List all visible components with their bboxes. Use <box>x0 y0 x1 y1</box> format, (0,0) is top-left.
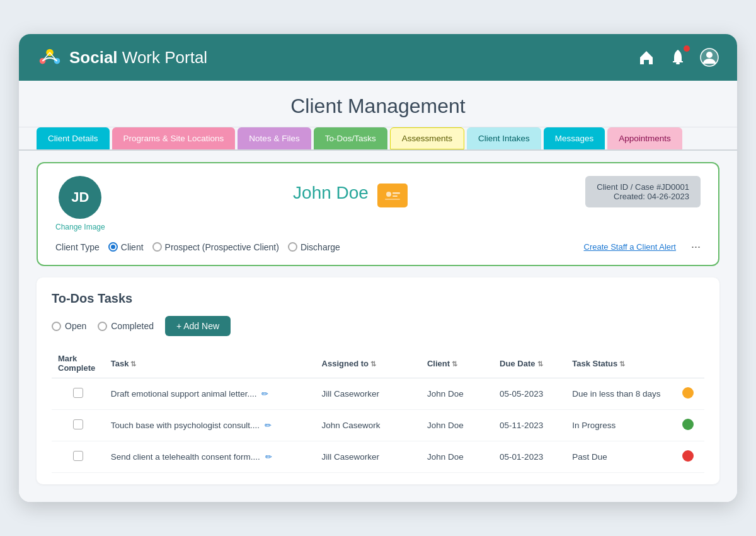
row3-checkbox[interactable] <box>73 451 83 461</box>
row1-status-indicator <box>672 378 704 410</box>
radio-dot-prospect <box>152 242 162 252</box>
row2-status-indicator <box>672 410 704 441</box>
notification-badge <box>684 45 690 52</box>
svg-point-7 <box>386 192 391 197</box>
tab-appointments[interactable]: Appointments <box>607 127 682 149</box>
logo-icon <box>37 44 63 71</box>
row3-client: John Doe <box>421 441 493 473</box>
tasks-filter-row: Open Completed + Add New <box>52 316 704 336</box>
header-title: Social Work Portal <box>69 48 207 67</box>
col-header-assigned[interactable]: Assigned to <box>316 349 421 378</box>
app-window: Social Work Portal Client Management Cli… <box>19 34 737 502</box>
table-row: Draft emotional support animal letter...… <box>52 378 704 410</box>
tasks-title: To-Dos Tasks <box>52 291 704 306</box>
table-row: Touch base with psychologist consult....… <box>52 410 704 441</box>
change-image-link[interactable]: Change Image <box>55 223 105 231</box>
radio-discharge[interactable]: Discharge <box>288 242 340 252</box>
row1-task: Draft emotional support animal letter...… <box>105 378 316 410</box>
row3-status-dot <box>682 450 694 462</box>
client-header: JD Change Image John Doe <box>55 176 701 231</box>
row2-task: Touch base with psychologist consult....… <box>105 410 316 441</box>
svg-rect-10 <box>385 199 400 200</box>
client-type-row: Client Type Client Prospect (Prospective… <box>55 240 701 253</box>
col-header-task[interactable]: Task <box>105 349 316 378</box>
bell-button[interactable] <box>668 47 688 67</box>
radio-client[interactable]: Client <box>108 242 144 252</box>
header-actions <box>636 47 719 67</box>
row3-mark-cell <box>52 441 105 473</box>
row2-client: John Doe <box>421 410 493 441</box>
page-title-bar: Client Management <box>19 81 737 127</box>
tab-todos[interactable]: To-Dos/Tasks <box>314 127 387 149</box>
row2-mark-cell <box>52 410 105 441</box>
row3-task: Send client a telehealth consent form...… <box>105 441 316 473</box>
svg-point-5 <box>706 52 713 58</box>
client-type-label: Client Type <box>55 242 100 252</box>
tasks-table: MarkComplete Task Assigned to Client Due… <box>52 349 704 473</box>
tab-notes[interactable]: Notes & Files <box>238 127 311 149</box>
tab-intakes[interactable]: Client Intakes <box>467 127 541 149</box>
col-header-mark: MarkComplete <box>52 349 105 378</box>
row1-status-dot <box>682 387 694 399</box>
svg-rect-3 <box>676 62 680 64</box>
more-options-button[interactable]: ··· <box>691 240 701 253</box>
row2-assigned: John Casework <box>316 410 421 441</box>
row2-checkbox[interactable] <box>73 419 83 429</box>
filter-open-radio <box>52 322 61 331</box>
svg-rect-9 <box>392 195 398 197</box>
row3-edit-icon[interactable]: ✏ <box>265 452 272 462</box>
svg-rect-6 <box>383 189 402 202</box>
row1-edit-icon[interactable]: ✏ <box>261 389 268 399</box>
row3-assigned: Jill Caseworker <box>316 441 421 473</box>
header: Social Work Portal <box>19 34 737 81</box>
col-header-client[interactable]: Client <box>421 349 493 378</box>
row2-edit-icon[interactable]: ✏ <box>265 421 272 430</box>
row1-assigned: Jill Caseworker <box>316 378 421 410</box>
radio-prospect[interactable]: Prospect (Prospective Client) <box>152 242 279 252</box>
id-card-icon <box>377 184 408 207</box>
page-title: Client Management <box>19 95 737 118</box>
filter-completed-radio <box>98 322 107 331</box>
table-row: Send client a telehealth consent form...… <box>52 441 704 473</box>
user-menu-button[interactable] <box>699 47 719 67</box>
row3-status-indicator <box>672 441 704 473</box>
col-header-due-date[interactable]: Due Date <box>493 349 566 378</box>
add-new-button[interactable]: + Add New <box>165 316 231 336</box>
create-alert-link[interactable]: Create Staff a Client Alert <box>584 242 676 252</box>
client-name: John Doe <box>293 183 369 203</box>
main-content: JD Change Image John Doe <box>19 151 737 502</box>
col-header-task-status[interactable]: Task Status <box>566 349 671 378</box>
tab-programs[interactable]: Programs & Site Locations <box>112 127 236 149</box>
row2-status-dot <box>682 419 694 430</box>
svg-rect-8 <box>392 192 400 194</box>
radio-dot-discharge <box>288 242 297 252</box>
client-id-badge: Client ID / Case #JD0001 Created: 04-26-… <box>585 176 701 207</box>
logo-section: Social Work Portal <box>37 44 207 71</box>
client-avatar-section: JD Change Image <box>55 176 105 231</box>
tab-client-details[interactable]: Client Details <box>37 127 110 149</box>
row3-due-date: 05-01-2023 <box>493 441 566 473</box>
tab-assessments[interactable]: Assessments <box>390 127 464 149</box>
tab-messages[interactable]: Messages <box>544 127 605 149</box>
row2-due-date: 05-11-2023 <box>493 410 566 441</box>
row1-client: John Doe <box>421 378 493 410</box>
row2-task-status: In Progress <box>566 410 671 441</box>
filter-completed[interactable]: Completed <box>98 321 154 331</box>
filter-open[interactable]: Open <box>52 321 86 331</box>
row3-task-status: Past Due <box>566 441 671 473</box>
row1-due-date: 05-05-2023 <box>493 378 566 410</box>
avatar: JD <box>59 176 101 219</box>
radio-dot-client <box>108 242 118 252</box>
client-card: JD Change Image John Doe <box>37 162 719 266</box>
tabs-bar: Client Details Programs & Site Locations… <box>19 127 737 151</box>
row1-checkbox[interactable] <box>73 388 83 398</box>
row1-task-status: Due in less than 8 days <box>566 378 671 410</box>
home-button[interactable] <box>636 47 656 67</box>
tasks-card: To-Dos Tasks Open Completed + Add New Ma… <box>37 277 719 484</box>
row1-mark-cell <box>52 378 105 410</box>
col-header-indicator <box>672 349 704 378</box>
